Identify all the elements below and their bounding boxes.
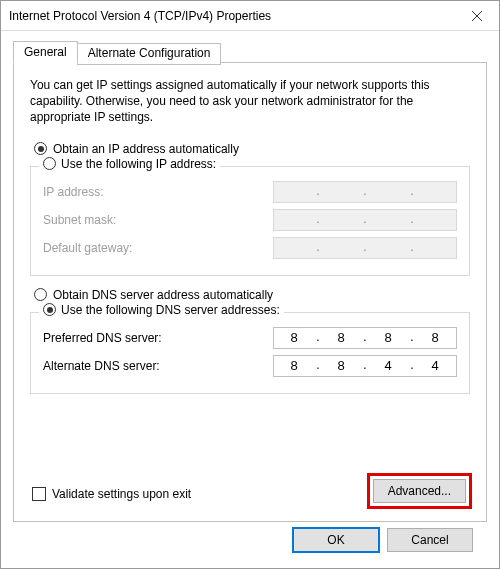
radio-label: Use the following IP address: [61, 157, 216, 171]
radio-label: Obtain an IP address automatically [53, 142, 239, 156]
octet[interactable]: 8 [321, 358, 362, 373]
tab-strip: General Alternate Configuration [13, 41, 487, 63]
octet[interactable]: 4 [368, 358, 409, 373]
dialog-content: General Alternate Configuration You can … [1, 31, 499, 564]
octet[interactable]: 8 [274, 330, 315, 345]
tab-panel-general: You can get IP settings assigned automat… [13, 62, 487, 522]
radio-ip-auto[interactable]: Obtain an IP address automatically [34, 142, 470, 156]
checkbox-icon [32, 487, 46, 501]
radio-dns-manual[interactable]: Use the following DNS server addresses: [39, 303, 284, 317]
checkbox-label: Validate settings upon exit [52, 487, 191, 501]
window-title: Internet Protocol Version 4 (TCP/IPv4) P… [9, 9, 271, 23]
label-gateway: Default gateway: [43, 241, 132, 255]
label-alternate-dns: Alternate DNS server: [43, 359, 160, 373]
radio-icon [43, 303, 56, 316]
titlebar: Internet Protocol Version 4 (TCP/IPv4) P… [1, 1, 499, 31]
radio-icon [34, 142, 47, 155]
input-preferred-dns[interactable]: 8. 8. 8. 8 [273, 327, 457, 349]
advanced-highlight: Advanced... [367, 473, 472, 509]
dialog-button-row: OK Cancel [13, 522, 487, 552]
radio-icon [34, 288, 47, 301]
octet[interactable]: 8 [321, 330, 362, 345]
octet[interactable]: 8 [368, 330, 409, 345]
checkbox-validate[interactable]: Validate settings upon exit [32, 487, 191, 501]
group-dns-manual: Use the following DNS server addresses: … [30, 312, 470, 394]
input-ip-address: ... [273, 181, 457, 203]
input-alternate-dns[interactable]: 8. 8. 4. 4 [273, 355, 457, 377]
radio-dns-auto[interactable]: Obtain DNS server address automatically [34, 288, 470, 302]
label-subnet: Subnet mask: [43, 213, 116, 227]
close-icon [472, 11, 482, 21]
group-ip-manual: Use the following IP address: IP address… [30, 166, 470, 276]
octet[interactable]: 8 [415, 330, 456, 345]
ok-button[interactable]: OK [293, 528, 379, 552]
tab-alternate[interactable]: Alternate Configuration [77, 43, 222, 65]
octet[interactable]: 8 [274, 358, 315, 373]
radio-label: Obtain DNS server address automatically [53, 288, 273, 302]
radio-ip-manual[interactable]: Use the following IP address: [39, 157, 220, 171]
label-preferred-dns: Preferred DNS server: [43, 331, 162, 345]
description-text: You can get IP settings assigned automat… [30, 77, 470, 126]
radio-icon [43, 157, 56, 170]
label-ip-address: IP address: [43, 185, 103, 199]
tab-general[interactable]: General [13, 41, 78, 63]
cancel-button[interactable]: Cancel [387, 528, 473, 552]
octet[interactable]: 4 [415, 358, 456, 373]
advanced-button[interactable]: Advanced... [373, 479, 466, 503]
input-subnet: ... [273, 209, 457, 231]
radio-label: Use the following DNS server addresses: [61, 303, 280, 317]
input-gateway: ... [273, 237, 457, 259]
close-button[interactable] [454, 1, 499, 31]
